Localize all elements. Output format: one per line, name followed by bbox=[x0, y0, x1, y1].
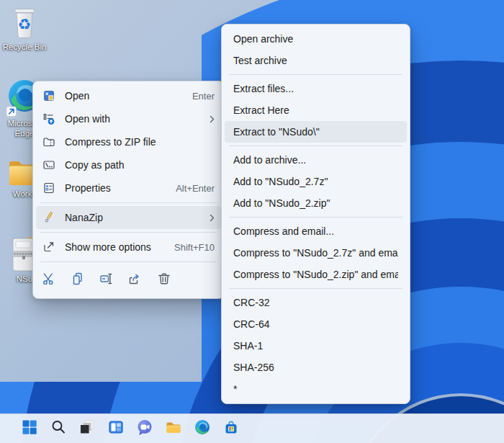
desktops-taskbar-button[interactable] bbox=[73, 414, 102, 443]
menu-item-label: Compress to "NSudo_2.zip" and email bbox=[233, 269, 398, 280]
taskbar bbox=[0, 413, 504, 443]
quick-actions-row bbox=[33, 265, 224, 295]
menu-item-label: Copy as path bbox=[65, 159, 215, 171]
zip-folder-icon bbox=[42, 135, 55, 148]
submenu-item-open-archive[interactable]: Open archive bbox=[225, 28, 407, 50]
submenu-items: Open archiveTest archiveExtract files...… bbox=[222, 28, 410, 400]
context-menu-item-show-more-options[interactable]: Show more optionsShift+F10 bbox=[36, 236, 221, 259]
submenu-item-compress-and-email[interactable]: Compress and email... bbox=[225, 220, 407, 242]
menu-item-label: Extract Here bbox=[233, 104, 398, 116]
search-icon bbox=[50, 419, 67, 439]
context-menu-item-properties[interactable]: PropertiesAlt+Enter bbox=[36, 176, 221, 200]
menu-separator bbox=[40, 261, 217, 262]
desktops-icon bbox=[78, 419, 96, 439]
menu-item-label: Extract files... bbox=[233, 83, 398, 94]
desktop-icon-label: NSu bbox=[17, 274, 32, 285]
menu-item-label: Extract to "NSudo\" bbox=[233, 126, 398, 138]
menu-item-shortcut: Alt+Enter bbox=[176, 183, 215, 194]
desktop-icon-label: Recycle Bin bbox=[3, 42, 47, 53]
menu-item-label: Open archive bbox=[233, 33, 398, 45]
show-more-icon bbox=[42, 241, 55, 254]
chat-icon bbox=[136, 419, 153, 439]
menu-separator bbox=[229, 146, 402, 146]
menu-item-label: Add to "NSudo_2.7z" bbox=[233, 176, 398, 187]
cut-button[interactable] bbox=[35, 267, 63, 293]
menu-item-label: Properties bbox=[65, 182, 168, 194]
copy-button[interactable] bbox=[63, 267, 92, 293]
menu-item-label: Compress to ZIP file bbox=[65, 136, 215, 148]
edge-taskbar-button[interactable] bbox=[188, 414, 217, 443]
rename-button[interactable] bbox=[92, 267, 121, 293]
menu-item-label: Open with bbox=[65, 113, 202, 125]
menu-item-label: * bbox=[233, 383, 398, 395]
file-explorer-taskbar-button[interactable] bbox=[159, 414, 188, 443]
menu-item-label: Compress to "NSudo_2.7z" and email bbox=[233, 247, 398, 259]
task-view-taskbar-button[interactable] bbox=[102, 414, 130, 443]
menu-item-shortcut: Shift+F10 bbox=[174, 242, 215, 253]
properties-icon bbox=[42, 182, 55, 194]
menu-separator bbox=[229, 217, 402, 218]
chat-taskbar-button[interactable] bbox=[130, 414, 159, 443]
share-icon bbox=[128, 272, 143, 289]
submenu-item-sha-256[interactable]: SHA-256 bbox=[225, 357, 407, 378]
menu-item-label: Compress and email... bbox=[233, 225, 398, 237]
submenu-item-add-to-archive[interactable]: Add to archive... bbox=[225, 149, 407, 171]
file-icon bbox=[42, 89, 55, 102]
submenu-item-add-to-nsudo-2-7z[interactable]: Add to "NSudo_2.7z" bbox=[225, 171, 407, 192]
open-with-icon bbox=[42, 112, 55, 125]
menu-item-label: CRC-32 bbox=[233, 297, 398, 308]
submenu-item-compress-to-nsudo-2-zip-and-email[interactable]: Compress to "NSudo_2.zip" and email bbox=[225, 264, 407, 285]
menu-item-shortcut: Enter bbox=[192, 91, 215, 102]
file-explorer-icon bbox=[165, 419, 182, 439]
menu-separator bbox=[40, 232, 217, 233]
start-icon bbox=[21, 419, 38, 439]
menu-separator bbox=[40, 202, 217, 203]
submenu-item-sha-1[interactable]: SHA-1 bbox=[225, 335, 407, 357]
menu-separator bbox=[229, 288, 402, 289]
menu-item-label: Add to archive... bbox=[233, 154, 398, 166]
delete-icon bbox=[157, 272, 171, 289]
menu-item-label: Test archive bbox=[233, 55, 398, 66]
search-taskbar-button[interactable] bbox=[44, 414, 73, 443]
submenu-item-extract-here[interactable]: Extract Here bbox=[225, 99, 407, 121]
submenu-item-extract-files[interactable]: Extract files... bbox=[225, 78, 407, 99]
share-button[interactable] bbox=[121, 267, 150, 293]
submenu-item-add-to-nsudo-2-zip[interactable]: Add to "NSudo_2.zip" bbox=[225, 192, 407, 214]
nanazip-submenu: Open archiveTest archiveExtract files...… bbox=[221, 24, 410, 404]
menu-item-label: Open bbox=[65, 90, 185, 102]
cut-icon bbox=[42, 272, 56, 289]
shortcut-arrow-icon bbox=[6, 107, 17, 117]
context-menu-item-copy-as-path[interactable]: Copy as path bbox=[36, 153, 221, 176]
submenu-item-crc-64[interactable]: CRC-64 bbox=[225, 313, 407, 335]
copy-icon bbox=[71, 272, 85, 289]
store-taskbar-button[interactable] bbox=[217, 414, 246, 443]
start-taskbar-button[interactable] bbox=[15, 414, 44, 443]
menu-separator bbox=[229, 74, 402, 75]
recycle-bin-icon: ♻ bbox=[6, 4, 43, 42]
delete-button[interactable] bbox=[150, 267, 179, 293]
main-context-menu: OpenEnterOpen withCompress to ZIP fileCo… bbox=[32, 81, 225, 299]
rename-icon bbox=[99, 272, 114, 289]
nanazip-icon bbox=[42, 211, 55, 224]
desktop-icon-recycle-bin[interactable]: ♻ Recycle Bin bbox=[1, 4, 48, 53]
submenu-item-extract-to-nsudo[interactable]: Extract to "NSudo\" bbox=[225, 121, 407, 143]
context-menu-item-open[interactable]: OpenEnter bbox=[36, 84, 221, 107]
chevron-right-icon bbox=[210, 115, 215, 123]
context-menu-item-nanazip[interactable]: NanaZip bbox=[36, 206, 221, 229]
menu-item-label: SHA-1 bbox=[233, 340, 398, 352]
menu-item-label: NanaZip bbox=[65, 212, 202, 223]
submenu-item-compress-to-nsudo-2-7z-and-email[interactable]: Compress to "NSudo_2.7z" and email bbox=[225, 242, 407, 264]
submenu-item-crc-32[interactable]: CRC-32 bbox=[225, 292, 407, 313]
context-menu-item-open-with[interactable]: Open with bbox=[36, 107, 221, 130]
menu-item-label: Add to "NSudo_2.zip" bbox=[233, 197, 398, 209]
submenu-item-item-19[interactable]: * bbox=[225, 378, 407, 400]
task-view-icon bbox=[107, 419, 125, 439]
copy-path-icon bbox=[42, 158, 55, 171]
context-menu-item-compress-to-zip-file[interactable]: Compress to ZIP file bbox=[36, 130, 221, 153]
menu-item-label: SHA-256 bbox=[233, 362, 398, 373]
svg-text:♻: ♻ bbox=[18, 16, 32, 33]
chevron-right-icon bbox=[210, 214, 215, 222]
submenu-item-test-archive[interactable]: Test archive bbox=[225, 50, 407, 71]
context-menu-items: OpenEnterOpen withCompress to ZIP fileCo… bbox=[33, 84, 224, 259]
edge-icon bbox=[194, 419, 211, 439]
